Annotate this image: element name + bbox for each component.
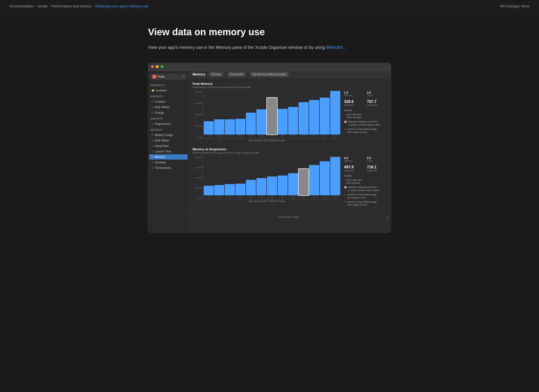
dot-icon (152, 134, 153, 136)
bar-group[interactable]: 1.3⊙ (278, 91, 288, 138)
bar (320, 161, 330, 195)
bar-group[interactable]: 2.0⊙ (299, 91, 309, 138)
bars-area-2: 1.0⊙1.0.1⊙1.1⊙1.1.1⊙1.1.2⊙1.1.3⊙1.2⊙1.3⊙… (203, 156, 341, 199)
metrickit-link[interactable]: MetricKit (326, 45, 343, 50)
bar-label: 2.3 (334, 196, 336, 197)
y-label-600: 600 MB (195, 102, 202, 105)
sidebar-item-energy[interactable]: Energy (149, 110, 188, 115)
bar-group[interactable]: 2.2⊙ (320, 156, 330, 199)
chart2-latest-block: 2.3 Latest (367, 156, 387, 162)
dot-icon (152, 112, 153, 114)
sidebar-item-label: Hang Rate (155, 144, 168, 148)
sidebar-item-crashes[interactable]: Crashes (149, 99, 188, 104)
bar-label: 1.0 (208, 196, 210, 197)
chart2-selection-value: 497.9 (344, 165, 364, 169)
sidebar-item-hang-rate[interactable]: Hang Rate (149, 143, 188, 149)
help-icon[interactable]: ⓘ (386, 216, 389, 220)
sidebar-item-launch-time[interactable]: Launch Time (149, 149, 188, 154)
sidebar-item-regressions[interactable]: Regressions (149, 121, 188, 126)
y-label-800-2: 800 MB (195, 156, 202, 159)
top-nav: Documentation / Xcode / Performance and … (0, 0, 539, 12)
bar-group[interactable]: 2.1⊙ (309, 91, 319, 138)
sidebar-item-label: Energy (155, 111, 164, 114)
bar-group[interactable]: 1.1.2⊙ (246, 91, 256, 138)
sidebar-item-archives[interactable]: 📁 Archives (149, 88, 188, 93)
sidebar-item-label: Launch Time (155, 150, 171, 153)
bar-label: 1.0.1 (218, 196, 221, 197)
bar-group[interactable]: 1.4⊙ (288, 91, 298, 138)
bar-group[interactable]: 1.4⊙ (288, 156, 298, 199)
breadcrumb-documentation[interactable]: Documentation (10, 4, 34, 8)
bar-group[interactable]: 1.1.3⊙ (256, 91, 266, 138)
sidebar-item-disk-writes[interactable]: Disk Writes (149, 138, 188, 143)
bar (256, 109, 266, 134)
bar-label: 1.0 (208, 135, 210, 137)
close-button[interactable] (151, 65, 154, 68)
chart2-bars: 1.0⊙1.0.1⊙1.1⊙1.1.1⊙1.1.2⊙1.1.3⊙1.2⊙1.3⊙… (203, 156, 341, 199)
bar-group[interactable]: 1.2⊙ (267, 91, 277, 138)
minimize-button[interactable] (156, 65, 159, 68)
bar-label: 1.3 (281, 135, 284, 137)
chart1-detail-3-text: Version 2.3 has limited usage25% margin … (347, 128, 377, 134)
bar-group[interactable]: 1.0.1⊙ (214, 91, 224, 138)
device-pill[interactable]: iPhone (All) (228, 72, 245, 76)
bar-label: 2.2 (324, 196, 326, 197)
chart2-detail-4: ⚠ Version 2.3 has limited usage20% margi… (344, 201, 387, 206)
sidebar-item-battery-usage[interactable]: Battery Usage (149, 132, 188, 138)
breadcrumb-xcode[interactable]: Xcode (37, 4, 48, 8)
chart2-detail-1-text: 220.2 MB more44% increase (346, 179, 362, 185)
sidebar-item-scrolling[interactable]: Scrolling (149, 160, 188, 165)
sidebar-item-disk-writes-reports[interactable]: Disk Writes (149, 105, 188, 110)
bar-group[interactable]: 2.1⊙ (309, 156, 319, 199)
sidebar-item-memory[interactable]: Memory (149, 154, 188, 160)
up-arrow-icon-2: ↑ (344, 179, 345, 182)
breadcrumb-sep-3: / (93, 4, 94, 8)
chart2-selection-unit: Megabytes (344, 169, 364, 172)
bar-group[interactable]: 1.1.1⊙ (235, 91, 245, 138)
bar (246, 180, 256, 195)
chart1-latest-unit: Megabytes (367, 104, 387, 106)
bar-group[interactable]: 1.1⊙ (225, 91, 235, 138)
up-arrow-icon: ↑ (344, 113, 345, 116)
bar-group[interactable]: 1.0.1⊙ (214, 156, 224, 199)
dot-icon (152, 123, 153, 125)
window-body: Fruta ▼ Products 📁 Archives Reports Cras… (148, 71, 391, 233)
maximize-button[interactable] (161, 65, 163, 68)
bar (214, 185, 224, 195)
sidebar-item-terminations[interactable]: Terminations (149, 165, 188, 171)
sidebar-item-label: Disk Writes (155, 139, 169, 142)
ios-app-pill[interactable]: iOS App (209, 72, 223, 76)
bar-group[interactable]: 2.3⊙ (330, 91, 340, 138)
bar-group[interactable]: 1.3⊙ (278, 156, 288, 199)
app-selector[interactable]: Fruta ▼ (150, 74, 187, 80)
bar-group[interactable]: 1.1.1⊙ (235, 156, 245, 199)
page-description: View your app's memory use in the Memory… (148, 44, 391, 51)
bar-group[interactable]: 1.2⊙ (267, 156, 277, 199)
bar-group[interactable]: 2.0⊙ (299, 156, 309, 199)
bar-group[interactable]: 1.1.3⊙ (256, 156, 266, 199)
y-label-400-2: 400 MB (195, 177, 202, 179)
sidebar-item-label: Archives (156, 89, 167, 92)
chart1-subtitle: Peak memory consumed by app during its l… (193, 86, 387, 89)
bar-label: 1.0.1 (218, 135, 221, 137)
bar-group[interactable]: 2.3⊙ (330, 156, 340, 199)
bar-group[interactable]: 1.1.2⊙ (246, 156, 256, 199)
sidebar-section-products: Products (148, 82, 188, 88)
dot-icon (152, 161, 153, 163)
sidebar-item-label: Regressions (155, 122, 171, 126)
xcode-window: Fruta ▼ Products 📁 Archives Reports Cras… (148, 63, 391, 233)
bar-group[interactable]: 1.1⊙ (225, 156, 235, 199)
app-icon (153, 75, 156, 79)
bar-group[interactable]: 1.0⊙ (204, 91, 214, 138)
calendar-icon: 📅 (344, 121, 347, 123)
bar (256, 178, 266, 195)
breadcrumb-performance[interactable]: Performance and metrics (51, 4, 92, 8)
metric-pill[interactable]: Top Memory (90th percentile) (250, 72, 289, 76)
sidebar-item-label: Terminations (155, 166, 171, 170)
bar-label: 1.2 (271, 196, 273, 197)
bar (330, 157, 340, 195)
bar-group[interactable]: 2.2⊙ (320, 91, 330, 138)
y-label-800: 800 MB (195, 91, 202, 93)
bar-group[interactable]: 1.0⊙ (204, 156, 214, 199)
chart2-subtitle: Memory footprint of the app at the time … (193, 151, 387, 154)
